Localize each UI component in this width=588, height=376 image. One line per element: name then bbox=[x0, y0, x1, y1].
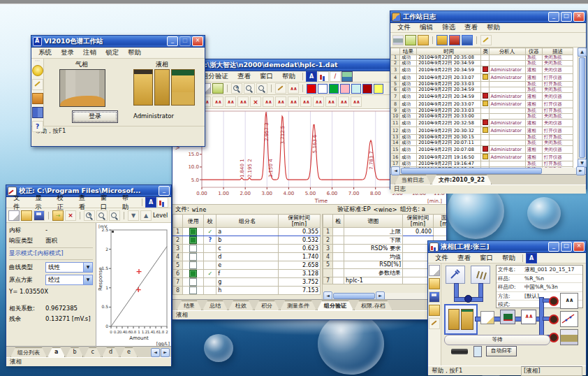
use-cell[interactable] bbox=[183, 261, 204, 270]
open-icon[interactable] bbox=[429, 278, 440, 289]
color-swatch[interactable] bbox=[351, 84, 361, 94]
calibration-menu-item[interactable]: 窗口 bbox=[96, 194, 117, 212]
chromatogram-tab[interactable]: 积分 bbox=[254, 301, 279, 310]
scroll-left-button[interactable]: ◄ bbox=[323, 291, 332, 299]
valve-icon[interactable] bbox=[549, 333, 559, 342]
table-row[interactable]: 1上限0.400 bbox=[323, 228, 447, 236]
chromatogram-menu-item[interactable]: 窗口 bbox=[256, 72, 277, 81]
slope-up-icon[interactable]: ∧∧ bbox=[225, 96, 236, 107]
import-icon[interactable]: → bbox=[52, 210, 64, 221]
table-row[interactable]: 1成功2010年9月22日 20:35:08系统关闭系统 bbox=[391, 55, 573, 61]
table-row[interactable]: 10成功2010年9月22日 20:33:00系统关闭系统 bbox=[391, 114, 573, 120]
monitor-icon[interactable] bbox=[500, 310, 515, 324]
validation-column-header[interactable] bbox=[323, 215, 333, 228]
log-titlebar[interactable]: 工作站日志 _ □ × bbox=[390, 11, 586, 23]
log-menu-item[interactable]: 编辑 bbox=[416, 23, 437, 32]
peak-add-icon[interactable]: ∧∧ bbox=[263, 96, 274, 107]
zoom-in-icon[interactable]: + bbox=[84, 210, 95, 221]
pen-icon[interactable] bbox=[32, 79, 43, 90]
table-row[interactable]: 6成功2010年9月22日 20:34:59系统关闭系统 bbox=[391, 87, 573, 93]
check-cell[interactable] bbox=[333, 277, 344, 284]
delete-icon[interactable]: × bbox=[65, 210, 76, 221]
validation-column-header[interactable]: 谱图 bbox=[344, 215, 403, 228]
calibration-menu-item[interactable]: 查看 bbox=[75, 194, 96, 212]
logo-icon[interactable]: A bbox=[145, 197, 156, 208]
chevron-down-icon[interactable]: ▼ bbox=[83, 275, 92, 284]
level-up-icon[interactable]: ▲ bbox=[140, 210, 152, 221]
table-row[interactable]: 3c0.623 bbox=[173, 245, 321, 253]
close-button[interactable]: × bbox=[573, 12, 585, 22]
use-checkbox[interactable] bbox=[189, 261, 197, 269]
log-menu-item[interactable]: 筛选 bbox=[438, 23, 460, 32]
gc-instrument-image[interactable] bbox=[59, 69, 105, 107]
component-column-header[interactable] bbox=[173, 215, 183, 228]
maximize-button[interactable]: □ bbox=[561, 12, 572, 22]
close-button[interactable]: × bbox=[192, 36, 203, 46]
use-checkbox[interactable] bbox=[189, 287, 197, 294]
save-icon[interactable] bbox=[429, 291, 440, 303]
bell-icon[interactable]: ∧∧ bbox=[288, 96, 299, 107]
log-menu-item[interactable]: 帮助 bbox=[483, 23, 504, 32]
check-cell[interactable] bbox=[333, 261, 344, 269]
color-swatch[interactable] bbox=[340, 84, 350, 94]
minimize-button[interactable]: _ bbox=[159, 186, 170, 196]
log-menu-item[interactable]: 查看 bbox=[460, 23, 482, 32]
launcher-menu-item[interactable]: 登录 bbox=[57, 48, 78, 57]
scroll-right-button[interactable]: ► bbox=[576, 166, 585, 175]
scroll-thumb[interactable] bbox=[579, 57, 585, 158]
zoom-out-icon[interactable] bbox=[244, 83, 255, 94]
column-button[interactable] bbox=[471, 266, 490, 284]
table-row[interactable]: 16成功2010年9月22日 19:16:50Administrator液相打开… bbox=[391, 154, 573, 161]
curve-type-select[interactable]: 线性▼ bbox=[45, 262, 93, 273]
table-row[interactable]: 5e2.658 bbox=[173, 261, 321, 270]
chromatogram-tab[interactable]: 测量条件 bbox=[280, 301, 316, 310]
multi-peak3-icon[interactable]: ∧∧ bbox=[351, 96, 362, 107]
launcher-menu-item[interactable]: 注销 bbox=[79, 48, 101, 57]
zoom-in-icon[interactable]: + bbox=[231, 83, 242, 94]
printer-icon[interactable] bbox=[560, 329, 578, 345]
tab-scroll-right-button[interactable]: ► bbox=[161, 348, 170, 357]
minimize-button[interactable]: _ bbox=[167, 36, 178, 46]
table-row[interactable]: 8成功2010年9月22日 20:33:07Administrator液相打开仪… bbox=[391, 101, 573, 108]
component-column-header[interactable]: 使用 bbox=[183, 215, 204, 228]
slope-down-icon[interactable]: ∧∧ bbox=[237, 96, 249, 107]
use-checkbox[interactable] bbox=[189, 236, 197, 244]
color-swatch[interactable] bbox=[307, 84, 316, 94]
component-table[interactable]: 使用校组分名保留时间 [min]1✓a0.3552?b0.5323c0.6234… bbox=[172, 214, 321, 295]
peak-merge-icon[interactable]: ∧∧ bbox=[212, 96, 223, 107]
calibration-tab[interactable]: b bbox=[66, 347, 83, 357]
valve-icon[interactable] bbox=[549, 314, 559, 324]
injector-button[interactable] bbox=[446, 266, 465, 284]
spectra-view-icon[interactable]: ∧∧ bbox=[560, 293, 578, 309]
calibration-menu-item[interactable]: 校正 bbox=[52, 194, 73, 212]
use-checkbox[interactable] bbox=[189, 270, 197, 277]
table-row[interactable]: 2成功2010年9月22日 20:34:59系统关闭系统 bbox=[391, 61, 573, 66]
use-cell[interactable] bbox=[183, 228, 204, 236]
scroll-thumb[interactable] bbox=[401, 168, 542, 174]
table-row[interactable]: 2?b0.532 bbox=[173, 236, 321, 245]
lc-instrument-image[interactable] bbox=[133, 69, 193, 106]
log-tab[interactable]: 当前日志 bbox=[395, 175, 431, 185]
table-row[interactable]: 7g3.752 bbox=[173, 278, 321, 287]
color-swatch[interactable] bbox=[329, 84, 339, 94]
picture-icon[interactable] bbox=[341, 71, 353, 82]
check-cell[interactable] bbox=[333, 268, 344, 277]
launcher-menu-item[interactable]: 帮助 bbox=[124, 48, 145, 57]
log-column-header[interactable]: 描述 bbox=[542, 48, 573, 55]
lock-icon[interactable] bbox=[32, 93, 43, 104]
peak-apex-icon[interactable]: ∧∧ bbox=[275, 96, 286, 107]
use-cell[interactable] bbox=[183, 278, 204, 287]
scroll-right-button[interactable]: ► bbox=[376, 291, 385, 299]
scroll-up-button[interactable]: ▲ bbox=[578, 48, 587, 57]
log-vscrollbar[interactable]: ▲ ▼ bbox=[578, 48, 586, 168]
pen-icon[interactable] bbox=[480, 35, 492, 45]
origin-scheme-select[interactable]: 经过▼ bbox=[45, 275, 93, 285]
calibration-plot[interactable]: 00.511.522.500.20.40.60.811.21.41.61.82A… bbox=[97, 223, 171, 346]
minimize-button[interactable]: _ bbox=[548, 12, 559, 22]
validation-column-header[interactable]: 检 bbox=[333, 215, 344, 228]
autozero-button[interactable]: 自动归零 bbox=[486, 346, 517, 356]
check-cell[interactable] bbox=[333, 236, 344, 245]
table-row[interactable]: 3成功2010年9月22日 20:34:59Administrator液相关闭仪… bbox=[391, 66, 573, 74]
instrument-menu-item[interactable]: 查看 bbox=[453, 254, 475, 263]
bulb-icon[interactable] bbox=[32, 65, 43, 76]
